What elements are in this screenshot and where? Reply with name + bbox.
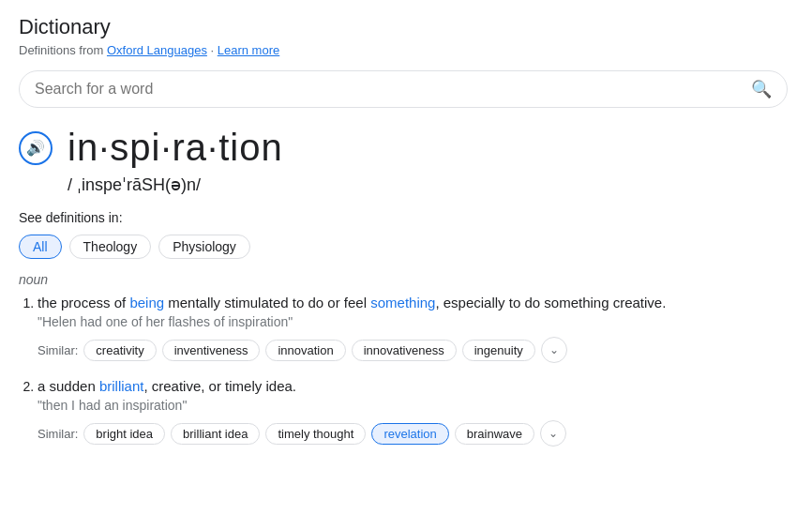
highlight-being: being bbox=[129, 295, 164, 310]
similar-tag-ingenuity[interactable]: ingenuity bbox=[462, 340, 535, 361]
search-input[interactable] bbox=[35, 81, 751, 98]
similar-tag-revelation[interactable]: revelation bbox=[371, 423, 448, 445]
similar-tag-innovativeness[interactable]: innovativeness bbox=[352, 340, 457, 361]
pronunciation: / ˌinspeˈrāSH(ə)n/ bbox=[68, 174, 793, 195]
similar-row-1: Similar: creativity inventiveness innova… bbox=[38, 337, 793, 363]
search-bar: 🔍 bbox=[19, 70, 788, 108]
search-icon[interactable]: 🔍 bbox=[751, 79, 772, 99]
example-text-2: "then I had an inspiration" bbox=[38, 398, 793, 413]
similar-tag-creativity[interactable]: creativity bbox=[83, 340, 156, 361]
definition-text-1: the process of being mentally stimulated… bbox=[38, 295, 793, 310]
page-title: Dictionary bbox=[19, 15, 793, 39]
similar-label-1: Similar: bbox=[38, 343, 78, 357]
definition-text-2: a sudden brilliant, creative, or timely … bbox=[38, 378, 793, 394]
definition-item-1: the process of being mentally stimulated… bbox=[38, 295, 793, 363]
oxford-languages-link[interactable]: Oxford Languages bbox=[107, 43, 207, 57]
definitions-list: the process of being mentally stimulated… bbox=[19, 295, 793, 447]
highlight-brilliant: brilliant bbox=[99, 378, 144, 394]
similar-tag-innovation[interactable]: innovation bbox=[265, 340, 345, 361]
similar-tag-timely-thought[interactable]: timely thought bbox=[265, 423, 366, 445]
similar-tag-inventiveness[interactable]: inventiveness bbox=[162, 340, 261, 361]
tags-container: All Theology Physiology bbox=[19, 235, 793, 259]
part-of-speech: noun bbox=[19, 272, 793, 287]
tag-physiology[interactable]: Physiology bbox=[158, 235, 250, 259]
similar-tag-brainwave[interactable]: brainwave bbox=[455, 423, 534, 445]
expand-similar-2[interactable]: ⌄ bbox=[540, 420, 566, 447]
expand-similar-1[interactable]: ⌄ bbox=[541, 337, 567, 363]
tag-all[interactable]: All bbox=[19, 235, 62, 259]
tag-theology[interactable]: Theology bbox=[69, 235, 152, 259]
example-text-1: "Helen had one of her flashes of inspira… bbox=[38, 314, 793, 329]
audio-button[interactable]: 🔊 bbox=[19, 131, 53, 165]
word-section: 🔊 in·spi·ra·tion bbox=[19, 127, 793, 169]
definitions-source: Definitions from Oxford Languages · Lear… bbox=[19, 43, 793, 57]
similar-tag-brilliant-idea[interactable]: brilliant idea bbox=[171, 423, 260, 445]
definition-item-2: a sudden brilliant, creative, or timely … bbox=[38, 378, 793, 447]
similar-label-2: Similar: bbox=[38, 427, 78, 441]
similar-tag-bright-idea[interactable]: bright idea bbox=[83, 423, 165, 445]
see-definitions-label: See definitions in: bbox=[19, 210, 793, 225]
similar-row-2: Similar: bright idea brilliant idea time… bbox=[38, 420, 793, 447]
speaker-icon: 🔊 bbox=[26, 139, 45, 157]
learn-more-link[interactable]: Learn more bbox=[218, 43, 279, 57]
word-title: in·spi·ra·tion bbox=[68, 127, 283, 169]
pronunciation-text: / ˌinspeˈrāSH(ə)n/ bbox=[68, 175, 201, 194]
source-text: Definitions from bbox=[19, 43, 103, 57]
highlight-something: something bbox=[370, 295, 435, 310]
